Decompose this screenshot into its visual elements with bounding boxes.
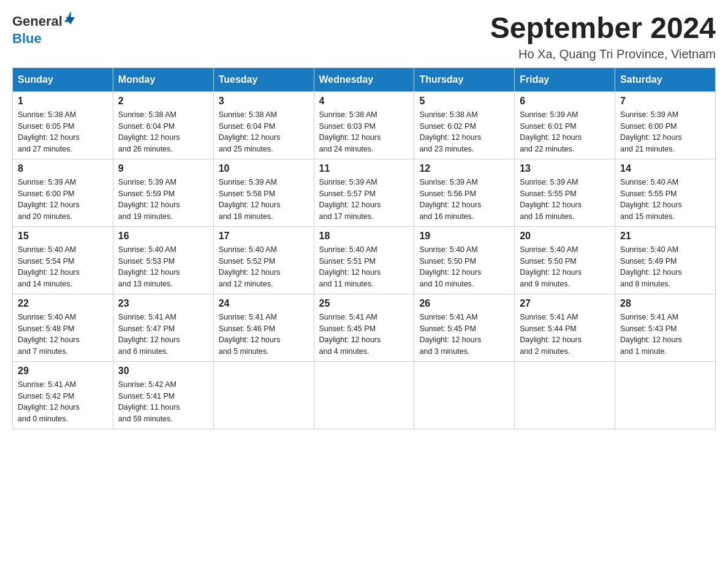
logo-icon: [64, 11, 72, 29]
calendar-body: 1 Sunrise: 5:38 AMSunset: 6:05 PMDayligh…: [13, 91, 716, 429]
title-section: September 2024 Ho Xa, Quang Tri Province…: [490, 12, 716, 61]
calendar-cell: 2 Sunrise: 5:38 AMSunset: 6:04 PMDayligh…: [113, 91, 213, 159]
day-number: 1: [18, 96, 108, 107]
calendar-cell: 1 Sunrise: 5:38 AMSunset: 6:05 PMDayligh…: [13, 91, 113, 159]
day-info: Sunrise: 5:40 AMSunset: 5:53 PMDaylight:…: [118, 244, 208, 290]
day-info: Sunrise: 5:41 AMSunset: 5:47 PMDaylight:…: [118, 312, 208, 358]
calendar-cell: 23 Sunrise: 5:41 AMSunset: 5:47 PMDaylig…: [113, 294, 213, 361]
weekday-header-tuesday: Tuesday: [213, 67, 314, 91]
day-number: 30: [118, 366, 208, 377]
calendar-cell: [213, 361, 314, 429]
calendar-cell: 3 Sunrise: 5:38 AMSunset: 6:04 PMDayligh…: [213, 91, 314, 159]
day-number: 24: [219, 298, 309, 309]
day-number: 20: [520, 231, 610, 242]
day-info: Sunrise: 5:41 AMSunset: 5:45 PMDaylight:…: [419, 312, 509, 358]
day-number: 4: [319, 96, 409, 107]
calendar-cell: 4 Sunrise: 5:38 AMSunset: 6:03 PMDayligh…: [314, 91, 414, 159]
calendar-cell: 19 Sunrise: 5:40 AMSunset: 5:50 PMDaylig…: [414, 226, 515, 294]
weekday-header-saturday: Saturday: [615, 67, 716, 91]
calendar-cell: 24 Sunrise: 5:41 AMSunset: 5:46 PMDaylig…: [213, 294, 314, 361]
weekday-header-thursday: Thursday: [414, 67, 515, 91]
day-number: 25: [319, 298, 409, 309]
day-number: 29: [18, 366, 108, 377]
day-info: Sunrise: 5:39 AMSunset: 5:59 PMDaylight:…: [118, 177, 208, 223]
weekday-header-friday: Friday: [515, 67, 615, 91]
day-info: Sunrise: 5:38 AMSunset: 6:05 PMDaylight:…: [18, 109, 108, 155]
calendar-cell: [414, 361, 515, 429]
day-info: Sunrise: 5:40 AMSunset: 5:51 PMDaylight:…: [319, 244, 409, 290]
calendar-week-2: 8 Sunrise: 5:39 AMSunset: 6:00 PMDayligh…: [13, 159, 716, 226]
calendar-week-1: 1 Sunrise: 5:38 AMSunset: 6:05 PMDayligh…: [13, 91, 716, 159]
day-number: 28: [620, 298, 710, 309]
day-number: 26: [419, 298, 509, 309]
day-info: Sunrise: 5:41 AMSunset: 5:44 PMDaylight:…: [520, 312, 610, 358]
day-info: Sunrise: 5:38 AMSunset: 6:04 PMDaylight:…: [219, 109, 309, 155]
day-number: 14: [620, 163, 710, 174]
calendar-cell: 30 Sunrise: 5:42 AMSunset: 5:41 PMDaylig…: [113, 361, 213, 429]
day-number: 2: [118, 96, 208, 107]
calendar-week-3: 15 Sunrise: 5:40 AMSunset: 5:54 PMDaylig…: [13, 226, 716, 294]
day-info: Sunrise: 5:41 AMSunset: 5:43 PMDaylight:…: [620, 312, 710, 358]
weekday-header-wednesday: Wednesday: [314, 67, 414, 91]
day-info: Sunrise: 5:40 AMSunset: 5:48 PMDaylight:…: [18, 312, 108, 358]
day-info: Sunrise: 5:40 AMSunset: 5:49 PMDaylight:…: [620, 244, 710, 290]
calendar-cell: [615, 361, 716, 429]
calendar-header: SundayMondayTuesdayWednesdayThursdayFrid…: [13, 67, 716, 91]
day-number: 19: [419, 231, 509, 242]
calendar-week-5: 29 Sunrise: 5:41 AMSunset: 5:42 PMDaylig…: [13, 361, 716, 429]
day-number: 5: [419, 96, 509, 107]
day-info: Sunrise: 5:41 AMSunset: 5:46 PMDaylight:…: [219, 312, 309, 358]
calendar-cell: 18 Sunrise: 5:40 AMSunset: 5:51 PMDaylig…: [314, 226, 414, 294]
day-number: 7: [620, 96, 710, 107]
weekday-header-row: SundayMondayTuesdayWednesdayThursdayFrid…: [13, 67, 716, 91]
day-info: Sunrise: 5:40 AMSunset: 5:55 PMDaylight:…: [620, 177, 710, 223]
calendar-title: September 2024: [490, 12, 716, 45]
calendar-cell: 6 Sunrise: 5:39 AMSunset: 6:01 PMDayligh…: [515, 91, 615, 159]
calendar-week-4: 22 Sunrise: 5:40 AMSunset: 5:48 PMDaylig…: [13, 294, 716, 361]
calendar-cell: 28 Sunrise: 5:41 AMSunset: 5:43 PMDaylig…: [615, 294, 716, 361]
calendar-cell: 17 Sunrise: 5:40 AMSunset: 5:52 PMDaylig…: [213, 226, 314, 294]
logo-text-blue: Blue: [12, 31, 42, 46]
weekday-header-sunday: Sunday: [13, 67, 113, 91]
day-number: 8: [18, 163, 108, 174]
day-number: 6: [520, 96, 610, 107]
day-info: Sunrise: 5:40 AMSunset: 5:50 PMDaylight:…: [419, 244, 509, 290]
calendar-cell: 20 Sunrise: 5:40 AMSunset: 5:50 PMDaylig…: [515, 226, 615, 294]
calendar-cell: 13 Sunrise: 5:39 AMSunset: 5:55 PMDaylig…: [515, 159, 615, 226]
logo-text-general: General: [12, 13, 63, 29]
day-info: Sunrise: 5:40 AMSunset: 5:54 PMDaylight:…: [18, 244, 108, 290]
calendar-cell: 27 Sunrise: 5:41 AMSunset: 5:44 PMDaylig…: [515, 294, 615, 361]
calendar-cell: 12 Sunrise: 5:39 AMSunset: 5:56 PMDaylig…: [414, 159, 515, 226]
day-number: 18: [319, 231, 409, 242]
day-info: Sunrise: 5:39 AMSunset: 6:00 PMDaylight:…: [620, 109, 710, 155]
day-number: 17: [219, 231, 309, 242]
day-number: 10: [219, 163, 309, 174]
calendar-cell: 10 Sunrise: 5:39 AMSunset: 5:58 PMDaylig…: [213, 159, 314, 226]
calendar-cell: [314, 361, 414, 429]
day-number: 23: [118, 298, 208, 309]
day-number: 3: [219, 96, 309, 107]
calendar-cell: 7 Sunrise: 5:39 AMSunset: 6:00 PMDayligh…: [615, 91, 716, 159]
calendar-cell: 11 Sunrise: 5:39 AMSunset: 5:57 PMDaylig…: [314, 159, 414, 226]
day-info: Sunrise: 5:39 AMSunset: 5:56 PMDaylight:…: [419, 177, 509, 223]
day-number: 16: [118, 231, 208, 242]
logo: General Blue: [12, 12, 72, 47]
day-number: 15: [18, 231, 108, 242]
calendar-cell: 25 Sunrise: 5:41 AMSunset: 5:45 PMDaylig…: [314, 294, 414, 361]
day-number: 9: [118, 163, 208, 174]
day-info: Sunrise: 5:39 AMSunset: 5:55 PMDaylight:…: [520, 177, 610, 223]
day-info: Sunrise: 5:38 AMSunset: 6:02 PMDaylight:…: [419, 109, 509, 155]
day-info: Sunrise: 5:39 AMSunset: 6:01 PMDaylight:…: [520, 109, 610, 155]
calendar-cell: 21 Sunrise: 5:40 AMSunset: 5:49 PMDaylig…: [615, 226, 716, 294]
calendar-cell: 5 Sunrise: 5:38 AMSunset: 6:02 PMDayligh…: [414, 91, 515, 159]
calendar-cell: 29 Sunrise: 5:41 AMSunset: 5:42 PMDaylig…: [13, 361, 113, 429]
calendar-cell: 9 Sunrise: 5:39 AMSunset: 5:59 PMDayligh…: [113, 159, 213, 226]
day-info: Sunrise: 5:42 AMSunset: 5:41 PMDaylight:…: [118, 379, 208, 425]
day-number: 11: [319, 163, 409, 174]
day-info: Sunrise: 5:38 AMSunset: 6:03 PMDaylight:…: [319, 109, 409, 155]
day-info: Sunrise: 5:41 AMSunset: 5:45 PMDaylight:…: [319, 312, 409, 358]
day-number: 22: [18, 298, 108, 309]
weekday-header-monday: Monday: [113, 67, 213, 91]
day-number: 21: [620, 231, 710, 242]
day-info: Sunrise: 5:39 AMSunset: 5:57 PMDaylight:…: [319, 177, 409, 223]
